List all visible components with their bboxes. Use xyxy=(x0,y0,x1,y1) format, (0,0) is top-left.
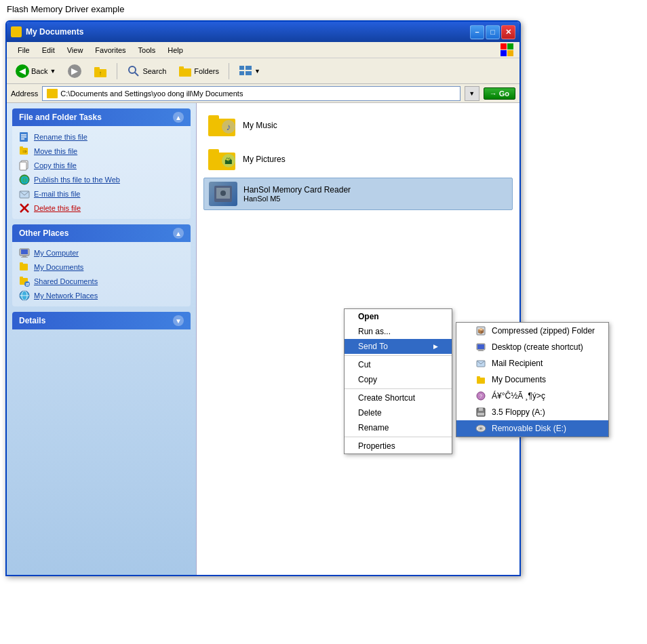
copy-icon xyxy=(19,160,30,171)
context-sendto[interactable]: Send To ▶ xyxy=(345,339,452,354)
svg-rect-9 xyxy=(239,66,244,70)
svg-rect-34 xyxy=(20,277,23,279)
svg-rect-63 xyxy=(477,413,484,416)
menu-file[interactable]: File xyxy=(12,45,35,56)
my-computer-icon xyxy=(19,247,30,258)
address-input[interactable]: C:\Documents and Settings\yoo dong ill\M… xyxy=(42,86,460,101)
other-places-collapse[interactable]: ▲ xyxy=(173,228,184,239)
svg-text:📦: 📦 xyxy=(477,327,484,334)
svg-rect-59 xyxy=(477,376,480,379)
page-title: Flash Memory Driver example xyxy=(0,0,647,18)
go-label: Go xyxy=(499,89,509,98)
menu-favorites[interactable]: Favorites xyxy=(90,45,131,56)
search-button[interactable]: Search xyxy=(122,62,171,80)
special-icon: ? xyxy=(475,390,486,401)
delete-file-link[interactable]: Delete this file xyxy=(19,203,184,214)
svg-point-5 xyxy=(129,66,136,73)
windows-logo xyxy=(501,43,514,57)
maximize-button[interactable]: □ xyxy=(486,25,500,39)
menu-edit[interactable]: Edit xyxy=(37,45,60,56)
forward-icon: ▶ xyxy=(68,64,81,78)
shared-documents-link[interactable]: ⇄ Shared Documents xyxy=(19,276,184,287)
svg-rect-64 xyxy=(479,408,483,411)
toolbar-separator-1 xyxy=(117,63,117,79)
menu-view[interactable]: View xyxy=(62,45,89,56)
other-places-title: Other Places xyxy=(19,228,68,238)
details-title: Details xyxy=(19,316,45,325)
my-network-link[interactable]: My Network Places xyxy=(19,290,184,301)
floppy-icon xyxy=(475,407,486,418)
svg-text:🌐: 🌐 xyxy=(20,176,29,184)
file-tasks-section: File and Folder Tasks ▲ xyxy=(12,108,191,219)
window-controls: – □ ✕ xyxy=(470,25,515,39)
go-button[interactable]: → Go xyxy=(484,87,515,100)
email-icon xyxy=(19,188,30,199)
sendto-removable[interactable]: Removable Disk (E:) xyxy=(456,420,608,437)
my-music-label: My Music xyxy=(243,121,277,130)
sendto-compressed[interactable]: 📦 Compressed (zipped) Folder xyxy=(456,323,608,339)
sendto-mail[interactable]: Mail Recipient xyxy=(456,355,608,371)
my-documents-link[interactable]: My Documents xyxy=(19,262,184,273)
other-places-section: Other Places ▲ xyxy=(12,224,191,306)
context-runas[interactable]: Run as... xyxy=(345,324,452,339)
svg-rect-45 xyxy=(208,149,219,155)
svg-rect-12 xyxy=(246,71,252,75)
context-createshortcut[interactable]: Create Shortcut xyxy=(345,390,452,405)
views-icon xyxy=(239,64,252,78)
close-button[interactable]: ✕ xyxy=(501,25,515,39)
address-path: C:\Documents and Settings\yoo dong ill\M… xyxy=(60,89,243,98)
context-open[interactable]: Open xyxy=(345,309,452,324)
context-copy[interactable]: Copy xyxy=(345,372,452,387)
email-file-link[interactable]: E-mail this file xyxy=(19,188,184,199)
back-icon: ◀ xyxy=(16,64,29,78)
window-icon xyxy=(11,26,22,37)
svg-text:?: ? xyxy=(479,394,482,399)
minimize-button[interactable]: – xyxy=(470,25,484,39)
explorer-window: My Documents – □ ✕ File Edit View Favori… xyxy=(5,20,521,576)
my-pictures-icon: 🏔 xyxy=(208,146,237,172)
folders-button[interactable]: Folders xyxy=(174,62,224,80)
context-separator-1 xyxy=(345,355,452,356)
up-folder-icon: ↑ xyxy=(94,64,107,78)
context-cut[interactable]: Cut xyxy=(345,357,452,372)
menu-help[interactable]: Help xyxy=(162,45,189,56)
rename-file-link[interactable]: Rename this file xyxy=(19,132,184,142)
title-bar: My Documents – □ ✕ xyxy=(7,22,519,42)
forward-button[interactable]: ▶ xyxy=(63,62,86,80)
context-rename[interactable]: Rename xyxy=(345,420,452,435)
views-button[interactable]: ▼ xyxy=(234,62,265,80)
publish-icon: 🌐 xyxy=(19,174,30,185)
context-delete[interactable]: Delete xyxy=(345,405,452,420)
shared-documents-icon: ⇄ xyxy=(19,276,30,287)
up-folder-button[interactable]: ↑ xyxy=(89,62,112,80)
svg-rect-28 xyxy=(21,249,28,254)
svg-rect-56 xyxy=(478,350,484,351)
details-collapse[interactable]: ▼ xyxy=(173,315,184,326)
svg-rect-10 xyxy=(246,66,252,70)
move-file-link[interactable]: ⇒ Move this file xyxy=(19,146,184,157)
my-computer-link[interactable]: My Computer xyxy=(19,247,184,258)
move-icon: ⇒ xyxy=(19,146,30,157)
sendto-special[interactable]: ? Á¥°Ĉ½Ã ¸¶ý>ç xyxy=(456,388,608,404)
svg-point-67 xyxy=(480,428,482,430)
address-dropdown[interactable]: ▼ xyxy=(465,86,479,101)
context-separator-3 xyxy=(345,437,452,437)
copy-file-link[interactable]: Copy this file xyxy=(19,160,184,171)
sendto-floppy[interactable]: 3.5 Floppy (A:) xyxy=(456,404,608,420)
sendto-mydocs[interactable]: My Documents xyxy=(456,371,608,388)
back-button[interactable]: ◀ Back ▼ xyxy=(11,62,60,80)
context-properties[interactable]: Properties xyxy=(345,439,452,454)
list-item[interactable]: ♪ My Music xyxy=(203,110,513,141)
search-icon xyxy=(127,64,140,78)
file-tasks-collapse[interactable]: ▲ xyxy=(173,112,184,123)
svg-rect-1 xyxy=(12,28,16,31)
list-item[interactable]: 🏔 My Pictures xyxy=(203,144,513,175)
publish-file-link[interactable]: 🌐 Publish ths file to the Web xyxy=(19,174,184,185)
svg-rect-32 xyxy=(20,262,23,265)
menu-tools[interactable]: Tools xyxy=(133,45,161,56)
svg-rect-41 xyxy=(208,115,219,121)
sendto-desktop[interactable]: Desktop (create shortcut) xyxy=(456,339,608,355)
list-item[interactable]: HanSol Memory Card Reader HanSol M5 xyxy=(203,178,513,210)
my-music-icon: ♪ xyxy=(208,113,237,138)
svg-text:🏔: 🏔 xyxy=(224,157,233,166)
